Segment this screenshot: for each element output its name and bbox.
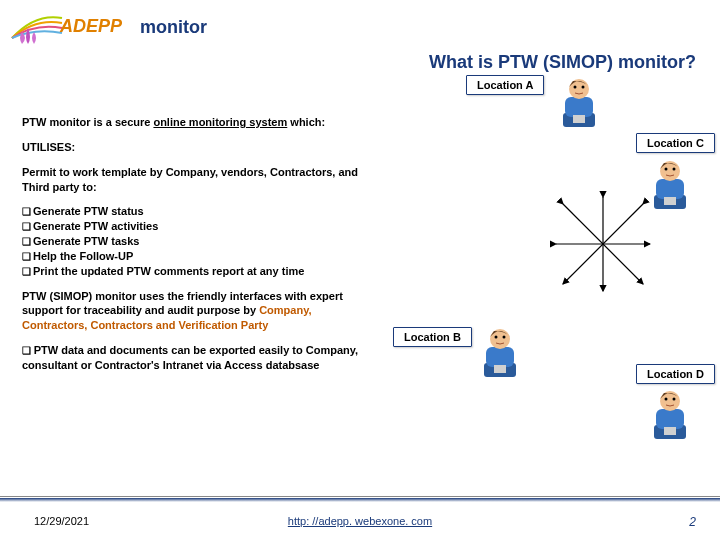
bullet-list: Generate PTW status Generate PTW activit… — [22, 204, 372, 278]
bullet-3: Generate PTW tasks — [22, 234, 372, 249]
description-text: PTW (SIMOP) monitor uses the friendly in… — [22, 289, 372, 334]
person-a-icon — [555, 75, 603, 129]
svg-point-10 — [665, 168, 668, 171]
svg-point-17 — [503, 336, 506, 339]
svg-rect-9 — [664, 197, 676, 205]
svg-point-5 — [582, 86, 585, 89]
svg-rect-21 — [664, 427, 676, 435]
svg-point-22 — [665, 398, 668, 401]
svg-point-4 — [574, 86, 577, 89]
footer-link[interactable]: http: //adepp. webexone. com — [0, 515, 720, 527]
footer-gradient — [0, 498, 720, 502]
svg-rect-7 — [656, 179, 684, 199]
location-d-tag: Location D — [636, 364, 715, 384]
svg-point-23 — [673, 398, 676, 401]
svg-rect-19 — [656, 409, 684, 429]
svg-point-20 — [660, 391, 680, 411]
svg-point-11 — [673, 168, 676, 171]
footer-page-number: 2 — [689, 515, 696, 529]
intro-pre: PTW monitor is a secure — [22, 116, 153, 128]
location-c-tag: Location C — [636, 133, 715, 153]
person-d-icon — [646, 387, 694, 441]
bullet-4: Help the Follow-UP — [22, 249, 372, 264]
permit-text: Permit to work template by Company, vend… — [22, 165, 372, 195]
svg-rect-1 — [565, 97, 593, 117]
location-b-tag: Location B — [393, 327, 472, 347]
svg-rect-3 — [573, 115, 585, 123]
brand-logo: ADEPP — [10, 8, 120, 46]
intro-post: which: — [287, 116, 325, 128]
svg-point-16 — [495, 336, 498, 339]
bullet-5: Print the updated PTW comments report at… — [22, 264, 372, 279]
header: ADEPP monitor — [0, 0, 720, 48]
svg-rect-15 — [494, 365, 506, 373]
brand-word: monitor — [140, 17, 207, 38]
utilises-heading: UTILISES: — [22, 140, 372, 155]
intro-mid: online monitoring system — [153, 116, 287, 128]
location-a-tag: Location A — [466, 75, 544, 95]
logo-swirl-icon — [10, 8, 65, 46]
svg-rect-13 — [486, 347, 514, 367]
content-area: Location A Location C Location B Locatio… — [0, 79, 720, 489]
svg-point-2 — [569, 79, 589, 99]
page-title: What is PTW (SIMOP) monitor? — [0, 48, 720, 79]
person-b-icon — [476, 325, 524, 379]
footer: 12/29/2021 http: //adepp. webexone. com … — [0, 496, 720, 540]
export-text: PTW data and documents can be exported e… — [22, 343, 372, 373]
intro-text: PTW monitor is a secure online monitorin… — [22, 115, 372, 130]
svg-point-8 — [660, 161, 680, 181]
svg-point-14 — [490, 329, 510, 349]
compass-arrows-icon — [548, 189, 658, 299]
bullet-2: Generate PTW activities — [22, 219, 372, 234]
bullet-1: Generate PTW status — [22, 204, 372, 219]
left-column: PTW monitor is a secure online monitorin… — [22, 115, 372, 379]
logo-text: ADEPP — [60, 16, 122, 37]
